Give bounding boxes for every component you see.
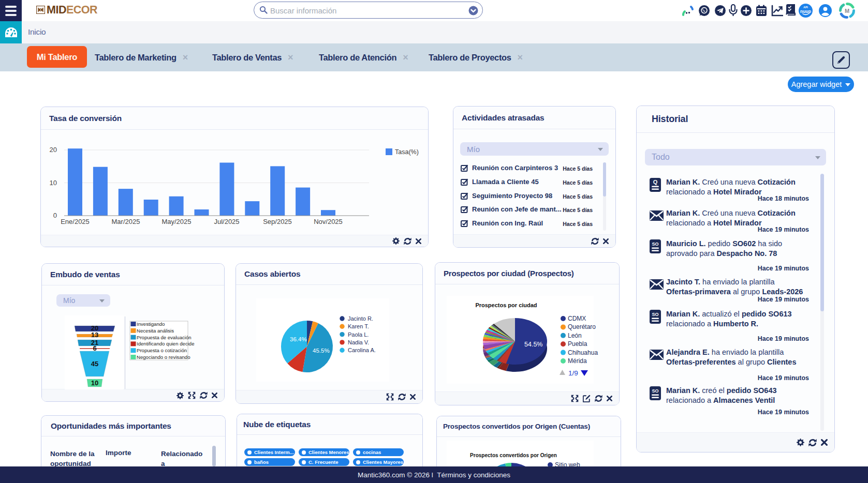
svg-text:20: 20 (50, 146, 57, 154)
svg-text:Jacinto R.: Jacinto R. (348, 315, 373, 322)
svg-text:Karen T.: Karen T. (348, 323, 369, 329)
svg-text:13: 13 (91, 331, 98, 339)
svg-text:SO: SO (652, 242, 658, 247)
svg-text:10: 10 (91, 379, 98, 387)
svg-text:Nadia V.: Nadia V. (348, 339, 369, 345)
svg-text:Q: Q (653, 179, 658, 185)
svg-text:SO: SO (652, 312, 658, 317)
svg-text:Identificando quien decide: Identificando quien decide (137, 341, 194, 346)
svg-text:Carolina A.: Carolina A. (348, 347, 376, 353)
svg-text:54.5%: 54.5% (524, 341, 542, 348)
svg-text:Ene/2025: Ene/2025 (61, 218, 90, 225)
svg-text:Prospectos convertidos por Ori: Prospectos convertidos por Origen (470, 452, 557, 458)
svg-text:36.4%: 36.4% (290, 336, 307, 342)
svg-text:SO: SO (652, 388, 658, 394)
svg-text:nuup: nuup (800, 9, 811, 14)
svg-text:Propuesta de evaluación: Propuesta de evaluación (137, 335, 192, 340)
svg-text:0: 0 (53, 212, 57, 219)
svg-text:Puebla: Puebla (568, 340, 587, 348)
svg-text:Querétaro: Querétaro (568, 323, 596, 330)
svg-text:Tasa(%): Tasa(%) (395, 148, 419, 156)
svg-text:Mérida: Mérida (568, 357, 587, 365)
svg-text:Chihuahua: Chihuahua (568, 349, 598, 356)
svg-text:León: León (568, 332, 582, 339)
svg-text:Propuesta o cotización: Propuesta o cotización (137, 348, 187, 353)
svg-text:CDMX: CDMX (568, 315, 586, 322)
svg-text:10: 10 (50, 179, 57, 187)
svg-text:45.5%: 45.5% (313, 348, 330, 354)
svg-text:Prospectos por ciudad: Prospectos por ciudad (475, 302, 537, 308)
svg-text:Sep/2025: Sep/2025 (263, 218, 292, 225)
svg-text:1/9: 1/9 (568, 369, 578, 377)
svg-text:Mar/2025: Mar/2025 (112, 218, 140, 225)
svg-text:6: 6 (93, 344, 96, 352)
svg-text:May/2025: May/2025 (161, 218, 191, 225)
svg-text:45: 45 (91, 360, 98, 368)
svg-text:Investigando: Investigando (137, 321, 165, 327)
svg-text:Sitio web: Sitio web (555, 461, 580, 466)
svg-text:Nov/2025: Nov/2025 (314, 218, 343, 225)
svg-text:Jul/2025: Jul/2025 (214, 218, 239, 225)
svg-text:M: M (845, 8, 849, 14)
svg-text:Paola L.: Paola L. (348, 331, 369, 338)
svg-text:Necesita análisis: Necesita análisis (137, 328, 174, 334)
svg-text:Negociando o revisando: Negociando o revisando (137, 354, 190, 360)
